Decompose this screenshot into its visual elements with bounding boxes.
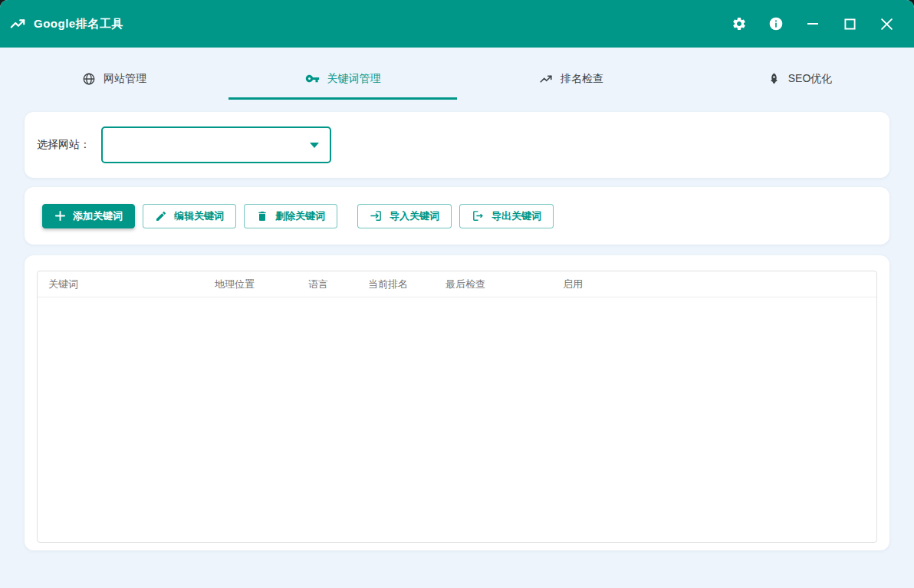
export-keyword-label: 导出关键词 bbox=[492, 209, 541, 223]
maximize-icon[interactable] bbox=[834, 8, 865, 39]
tab-label: 关键词管理 bbox=[327, 72, 381, 86]
keyword-table: 关键词 地理位置 语言 当前排名 最后检查 启用 bbox=[37, 271, 877, 543]
info-icon[interactable] bbox=[761, 8, 791, 39]
edit-keyword-button[interactable]: 编辑关键词 bbox=[143, 204, 236, 228]
titlebar: Google排名工具 bbox=[0, 0, 914, 48]
site-selector-card: 选择网站： bbox=[25, 112, 889, 178]
tab-seo-optimization[interactable]: SEO优化 bbox=[686, 60, 914, 100]
column-header-location: 地理位置 bbox=[215, 271, 308, 297]
tab-website-management[interactable]: 网站管理 bbox=[0, 60, 228, 100]
caret-down-icon bbox=[310, 143, 319, 148]
trash-icon bbox=[256, 210, 268, 222]
import-keyword-label: 导入关键词 bbox=[390, 209, 439, 223]
column-header-keyword: 关键词 bbox=[38, 271, 215, 297]
import-icon bbox=[370, 209, 383, 222]
trending-up-icon bbox=[539, 72, 553, 86]
tab-label: SEO优化 bbox=[788, 72, 833, 86]
export-icon bbox=[472, 209, 485, 222]
add-keyword-label: 添加关键词 bbox=[73, 209, 123, 223]
tab-keyword-management[interactable]: 关键词管理 bbox=[228, 60, 457, 100]
column-header-last-check: 最后检查 bbox=[445, 271, 563, 297]
edit-keyword-label: 编辑关键词 bbox=[174, 209, 224, 223]
column-header-enabled: 启用 bbox=[563, 271, 876, 297]
import-keyword-button[interactable]: 导入关键词 bbox=[357, 204, 452, 228]
app-window: Google排名工具 bbox=[0, 0, 914, 588]
settings-gear-icon[interactable] bbox=[724, 8, 755, 39]
site-selector-label: 选择网站： bbox=[37, 138, 90, 152]
delete-keyword-label: 删除关键词 bbox=[275, 209, 325, 223]
add-keyword-button[interactable]: 添加关键词 bbox=[42, 204, 135, 228]
export-keyword-button[interactable]: 导出关键词 bbox=[459, 204, 554, 228]
tab-ranking-check[interactable]: 排名检查 bbox=[457, 60, 686, 100]
keyword-table-card: 关键词 地理位置 语言 当前排名 最后检查 启用 bbox=[25, 255, 889, 550]
key-icon bbox=[305, 71, 320, 86]
minimize-icon[interactable] bbox=[797, 8, 828, 39]
pencil-icon bbox=[155, 210, 167, 222]
delete-keyword-button[interactable]: 删除关键词 bbox=[244, 204, 337, 228]
close-icon[interactable] bbox=[871, 8, 902, 39]
table-header-row: 关键词 地理位置 语言 当前排名 最后检查 启用 bbox=[38, 271, 876, 297]
rocket-icon bbox=[768, 72, 781, 85]
tab-label: 排名检查 bbox=[561, 72, 603, 86]
trending-up-icon bbox=[9, 15, 26, 32]
column-header-current-rank: 当前排名 bbox=[368, 271, 445, 297]
globe-icon bbox=[82, 72, 96, 86]
tab-label: 网站管理 bbox=[104, 72, 146, 86]
app-title: Google排名工具 bbox=[34, 17, 123, 31]
plus-icon bbox=[54, 210, 66, 222]
keyword-toolbar-card: 添加关键词 编辑关键词 删除关键词 导入关键词 bbox=[25, 187, 889, 245]
site-select-dropdown[interactable] bbox=[101, 126, 331, 163]
column-header-language: 语言 bbox=[308, 271, 368, 297]
tab-bar: 网站管理 关键词管理 排名检查 bbox=[0, 48, 914, 100]
